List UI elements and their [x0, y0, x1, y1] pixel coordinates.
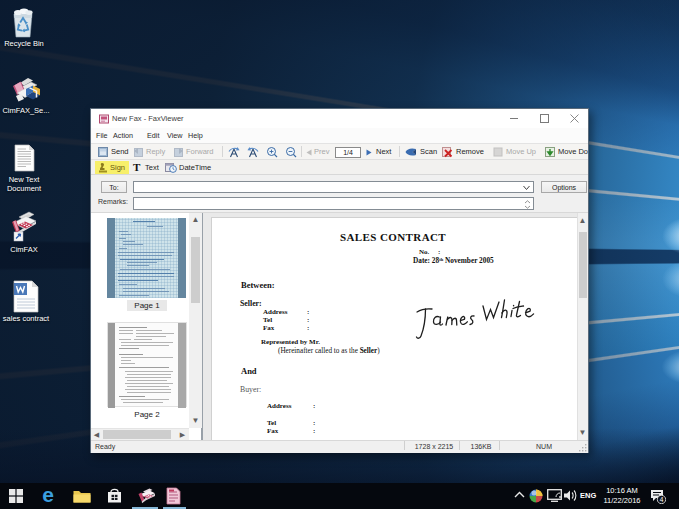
svg-text:4: 4 [660, 496, 664, 503]
